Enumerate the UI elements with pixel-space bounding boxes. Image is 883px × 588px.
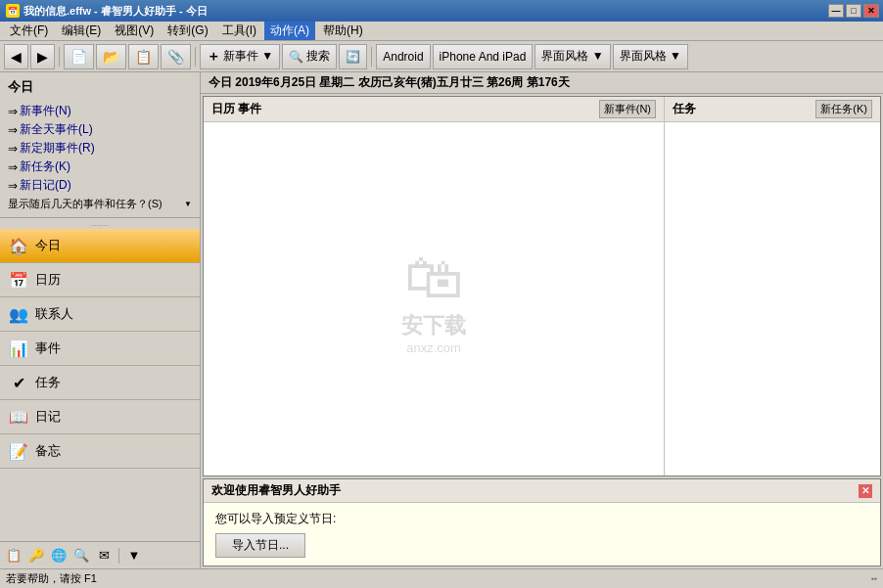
- copy-icon: 📋: [135, 49, 152, 65]
- sidebar-item-notes[interactable]: 📝 备忘: [0, 434, 200, 469]
- sidebar-link-new-task[interactable]: 新任务(K): [2, 158, 198, 176]
- calendar-events-label: 日历 事件: [211, 101, 261, 117]
- menu-bar: 文件(F) 编辑(E) 视图(V) 转到(G) 工具(I) 动作(A) 帮助(H…: [0, 22, 883, 41]
- sidebar-link-new-event[interactable]: 新事件(N): [2, 102, 198, 120]
- refresh-button[interactable]: 🔄: [339, 44, 367, 69]
- sidebar-scroll-dots: .........: [0, 218, 200, 229]
- content-area: 今日 2019年6月25日 星期二 农历己亥年(猪)五月廿三 第26周 第176…: [201, 72, 883, 568]
- bottom-icon-2[interactable]: 🔑: [26, 546, 46, 565]
- paste-icon: 📎: [167, 49, 184, 65]
- sidebar-nav: 🏠 今日 📅 日历 👥 联系人 📊 事件 ✔ 任务 📖 日记: [0, 229, 200, 541]
- menu-tools[interactable]: 工具(I): [216, 22, 262, 40]
- search-icon: 🔍: [289, 50, 303, 64]
- iphone-ipad-button[interactable]: 界面风格 ▼: [534, 44, 610, 69]
- welcome-header: 欢迎使用睿智男人好助手 ✕: [204, 479, 880, 503]
- style-label: 界面风格 ▼: [620, 48, 681, 65]
- watermark: 🛍 安下载 anxz.com: [401, 244, 466, 355]
- tasks-label: 任务: [35, 374, 61, 391]
- welcome-panel: 欢迎使用睿智男人好助手 ✕ 您可以导入预定义节日: 导入节日...: [203, 478, 881, 566]
- bottom-icon-5[interactable]: ✉: [94, 546, 114, 565]
- panel-tasks: 任务 新任务(K): [665, 97, 880, 475]
- sidebar-link-new-allday[interactable]: 新全天事件(L): [2, 120, 198, 139]
- sidebar-item-diary[interactable]: 📖 日记: [0, 400, 200, 434]
- toolbar-icon4-btn[interactable]: 📎: [161, 44, 191, 69]
- watermark-text: 安下载: [401, 311, 466, 340]
- app-icon: 📅: [6, 4, 20, 18]
- sidebar-display-row[interactable]: 显示随后几天的事件和任务？(S) ▼: [2, 195, 198, 213]
- panel-tasks-content: [665, 122, 880, 475]
- new-event-button[interactable]: ＋ 新事件 ▼: [200, 44, 280, 69]
- toolbar-sep-1: [59, 47, 60, 67]
- search-button[interactable]: 🔍 搜索: [282, 44, 337, 69]
- sidebar-item-calendar[interactable]: 📅 日历: [0, 263, 200, 297]
- forward-icon: ▶: [37, 49, 48, 65]
- panel-new-task-button[interactable]: 新任务(K): [815, 100, 872, 118]
- style-button[interactable]: 界面风格 ▼: [613, 44, 688, 69]
- sidebar-item-tasks[interactable]: ✔ 任务: [0, 366, 200, 400]
- menu-goto[interactable]: 转到(G): [162, 22, 213, 40]
- notes-icon: 📝: [8, 440, 29, 462]
- title-bar: 📅 我的信息.effw - 睿智男人好助手 - 今日 — □ ✕: [0, 0, 883, 22]
- panel-new-event-button[interactable]: 新事件(N): [599, 100, 656, 118]
- menu-view[interactable]: 视图(V): [109, 22, 160, 40]
- buy-label: Android: [383, 50, 423, 64]
- toolbar-forward-btn[interactable]: ▶: [30, 44, 55, 69]
- welcome-close-button[interactable]: ✕: [859, 484, 872, 498]
- today-icon: 🏠: [8, 235, 29, 256]
- import-holidays-button[interactable]: 导入节日...: [215, 533, 305, 558]
- maximize-button[interactable]: □: [846, 4, 861, 18]
- menu-help[interactable]: 帮助(H): [317, 22, 369, 40]
- contacts-label: 联系人: [35, 305, 73, 323]
- toolbar-back-btn[interactable]: ◀: [4, 44, 28, 69]
- bottom-icon-1[interactable]: 📋: [4, 546, 23, 565]
- search-label: 搜索: [306, 48, 330, 65]
- sidebar-link-new-diary[interactable]: 新日记(D): [2, 176, 198, 195]
- refresh-icon: 🔄: [346, 50, 360, 64]
- bottom-icon-4[interactable]: 🔍: [71, 546, 91, 565]
- content-header: 今日 2019年6月25日 星期二 农历己亥年(猪)五月廿三 第26周 第176…: [201, 72, 883, 94]
- diary-label: 日记: [35, 408, 61, 426]
- title-bar-controls[interactable]: — □ ✕: [828, 4, 879, 18]
- today-label: 今日: [35, 237, 61, 254]
- notes-label: 备忘: [35, 442, 61, 460]
- android-button[interactable]: iPhone And iPad: [433, 44, 534, 69]
- toolbar-icon3-btn[interactable]: 📋: [128, 44, 159, 69]
- status-text: 若要帮助，请按 F1: [6, 571, 97, 586]
- sidebar-link-new-recurring[interactable]: 新定期事件(R): [2, 139, 198, 158]
- tasks-header-label: 任务: [673, 101, 696, 117]
- sidebar-item-today[interactable]: 🏠 今日: [0, 229, 200, 263]
- close-button[interactable]: ✕: [863, 4, 879, 18]
- bottom-icon-3[interactable]: 🌐: [49, 546, 69, 565]
- menu-edit[interactable]: 编辑(E): [56, 22, 107, 40]
- date-header-text: 今日 2019年6月25日 星期二 农历己亥年(猪)五月廿三 第26周 第176…: [209, 74, 570, 91]
- dropdown-arrow-icon: ▼: [184, 200, 192, 208]
- toolbar: ◀ ▶ 📄 📂 📋 📎 ＋ 新事件 ▼ 🔍 搜索 🔄 Android iPhon…: [0, 41, 883, 72]
- bottom-sep: [118, 548, 119, 564]
- diary-icon: 📖: [8, 406, 29, 428]
- panel-tasks-header: 任务 新任务(K): [665, 97, 880, 122]
- status-bar: 若要帮助，请按 F1 ▪▪: [0, 568, 883, 588]
- panel-calendar-content: 🛍 安下载 anxz.com: [204, 122, 664, 475]
- panel-calendar: 日历 事件 新事件(N) 🛍 安下载 anxz.com: [204, 97, 665, 475]
- menu-file[interactable]: 文件(F): [4, 22, 54, 40]
- minimize-button[interactable]: —: [828, 4, 844, 18]
- toolbar-icon1-btn[interactable]: 📄: [64, 44, 94, 69]
- buy-button[interactable]: Android: [376, 44, 430, 69]
- watermark-url: anxz.com: [406, 340, 461, 355]
- android-label: iPhone And iPad: [440, 50, 527, 64]
- menu-action[interactable]: 动作(A): [264, 22, 315, 40]
- sidebar-item-events[interactable]: 📊 事件: [0, 332, 200, 366]
- new-event-label: 新事件 ▼: [223, 48, 273, 65]
- sidebar-top: 今日 新事件(N) 新全天事件(L) 新定期事件(R) 新任务(K) 新日记(D…: [0, 72, 200, 218]
- iphone-label: 界面风格 ▼: [541, 48, 603, 65]
- sidebar-title: 今日: [2, 76, 198, 102]
- toolbar-sep-3: [371, 47, 372, 67]
- calendar-icon: 📅: [8, 269, 29, 291]
- bottom-dropdown[interactable]: ▼: [124, 546, 144, 565]
- new-doc-icon: 📄: [70, 49, 87, 65]
- status-dots: ▪▪: [871, 574, 877, 583]
- toolbar-icon2-btn[interactable]: 📂: [96, 44, 126, 69]
- welcome-body: 您可以导入预定义节日: 导入节日...: [204, 503, 880, 565]
- sidebar-item-contacts[interactable]: 👥 联系人: [0, 297, 200, 332]
- status-right: ▪▪: [871, 574, 877, 583]
